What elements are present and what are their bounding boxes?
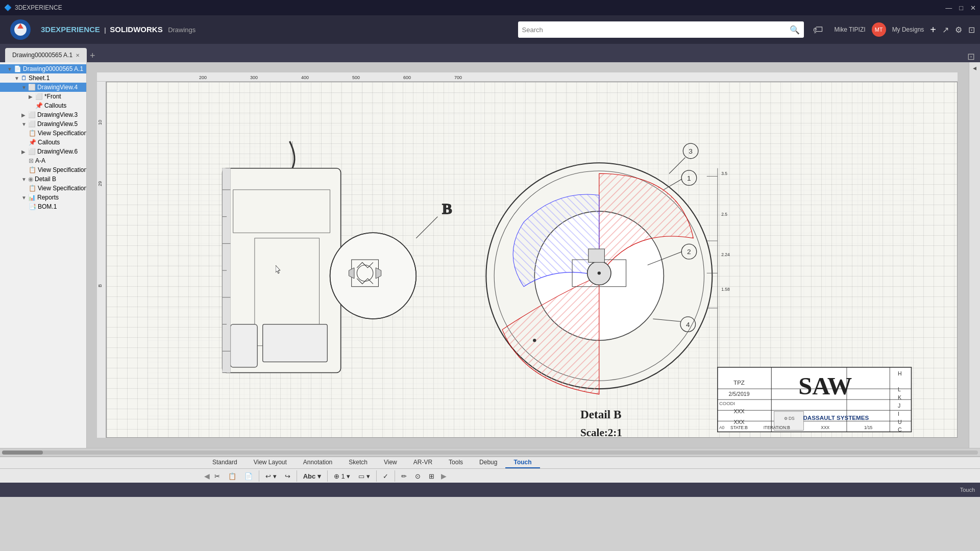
collapse-icon[interactable]: ▶: [21, 149, 27, 155]
tab-tools[interactable]: Tools: [440, 457, 471, 468]
callout-icon: 📌: [35, 102, 43, 109]
spec-icon: 📋: [29, 185, 36, 192]
minimize-button[interactable]: —: [945, 4, 952, 12]
add-button[interactable]: +: [930, 24, 936, 36]
svg-text:XXX: XXX: [821, 425, 829, 430]
scrollbar-horizontal[interactable]: [0, 448, 980, 456]
toolbar-sep-1: [259, 470, 259, 482]
expand-icon[interactable]: ⊡: [968, 25, 975, 35]
redo-button[interactable]: ↪: [281, 469, 294, 483]
scroll-thumb[interactable]: [2, 450, 43, 455]
sidebar-item-callouts1[interactable]: 📌 Callouts: [0, 101, 86, 110]
tab-standard[interactable]: Standard: [204, 457, 246, 468]
fit-button[interactable]: ▭ ▾: [355, 469, 374, 483]
svg-text:L: L: [898, 386, 901, 392]
collapse-icon[interactable]: ▼: [21, 195, 27, 201]
sidebar-item-drawingview5[interactable]: ▼ ⬜ DrawingView.5: [0, 119, 86, 129]
report-icon: 📊: [28, 194, 36, 201]
svg-text:29: 29: [97, 181, 103, 186]
svg-text:XXX: XXX: [733, 408, 744, 414]
scroll-track[interactable]: [2, 450, 978, 455]
collapse-icon[interactable]: ▼: [21, 85, 27, 90]
tab-add-button[interactable]: +: [90, 51, 95, 62]
sidebar-item-sheet1[interactable]: ▼ 🗒 Sheet.1: [0, 73, 86, 83]
toolbar-sep-4: [376, 470, 377, 482]
tab-close-icon[interactable]: ✕: [76, 53, 80, 58]
user-name-label: Mike TIPIZI: [835, 26, 866, 33]
svg-text:J: J: [898, 403, 900, 409]
view-icon: ⬜: [28, 111, 36, 118]
sidebar-detailb-label: Detail B: [35, 176, 56, 183]
collapse-icon[interactable]: ▶: [29, 94, 34, 99]
verify-button[interactable]: ✓: [379, 469, 392, 483]
sidebar-item-detailb[interactable]: ▼ ◉ Detail B: [0, 174, 86, 184]
zoom-button[interactable]: ⊕ 1 ▾: [330, 469, 354, 483]
grid-button[interactable]: ⊞: [425, 469, 438, 483]
svg-text:3: 3: [689, 147, 693, 155]
canvas-area[interactable]: 200 300 400 500 600 700 10 29 B: [87, 62, 969, 448]
tab-arvr[interactable]: AR-VR: [405, 457, 440, 468]
cursor-pointer: [276, 265, 281, 270]
expand-panel-icon[interactable]: ⊡: [967, 51, 975, 62]
search-bar[interactable]: 🔍: [518, 21, 804, 38]
sidebar-drawing-label: Drawing00000565 A.1: [23, 65, 83, 72]
draw-button[interactable]: ✏: [398, 469, 410, 483]
svg-rect-21: [230, 324, 257, 367]
sidebar-item-drawing[interactable]: ▼ 📄 Drawing00000565 A.1: [0, 64, 86, 73]
sidebar-item-drawingview3[interactable]: ▶ ⬜ DrawingView.3: [0, 110, 86, 119]
svg-text:XXX: XXX: [733, 419, 744, 425]
sidebar-item-callouts2[interactable]: 📌 Callouts: [0, 138, 86, 147]
sidebar-drawingview6-label: DrawingView.6: [37, 148, 78, 155]
user-avatar[interactable]: MT: [872, 22, 886, 37]
spec-icon: 📋: [29, 130, 36, 137]
sidebar-item-viewspec2[interactable]: 📋 View Specification: [0, 165, 86, 174]
ruler-top-svg: 200 300 400 500 600 700: [97, 72, 958, 82]
tab-annotation[interactable]: Annotation: [295, 457, 340, 468]
sidebar-reports-label: Reports: [37, 194, 59, 201]
collapse-icon[interactable]: ▼: [21, 121, 27, 127]
sidebar-item-bom1[interactable]: 📑 BOM.1: [0, 202, 86, 211]
tabbar: Drawing00000565 A.1 ✕ + ⊡: [0, 44, 980, 62]
maximize-button[interactable]: □: [959, 4, 963, 12]
user-designs-label[interactable]: My Designs: [892, 26, 924, 33]
drawing-paper: B: [106, 82, 958, 438]
svg-text:K: K: [898, 394, 901, 400]
collapse-icon[interactable]: ▼: [14, 76, 19, 81]
tab-view[interactable]: View: [376, 457, 405, 468]
bookmarks-icon[interactable]: 🏷: [813, 24, 823, 36]
copy-button[interactable]: 📋: [225, 469, 240, 483]
collapse-icon[interactable]: ▼: [21, 177, 27, 182]
sidebar-item-viewspec3[interactable]: 📋 View Specification: [0, 184, 86, 193]
collapse-icon[interactable]: ▶: [21, 112, 27, 118]
svg-text:1.58: 1.58: [721, 287, 730, 292]
tab-viewlayout[interactable]: View Layout: [246, 457, 295, 468]
tab-debug[interactable]: Debug: [471, 457, 505, 468]
svg-text:400: 400: [301, 75, 309, 80]
sidebar-item-reports[interactable]: ▼ 📊 Reports: [0, 193, 86, 202]
bom-icon: 📑: [29, 203, 36, 210]
search-button[interactable]: 🔍: [790, 25, 800, 35]
sidebar-item-front[interactable]: ▶ ⬜ *Front: [0, 92, 86, 101]
cut-button[interactable]: ✂: [211, 469, 224, 483]
sidebar-item-drawingview6[interactable]: ▶ ⬜ DrawingView.6: [0, 147, 86, 156]
undo-button[interactable]: ↩ ▾: [262, 469, 280, 483]
view-icon: ⬜: [28, 84, 36, 91]
app-title-area: 3DEXPERIENCE | SOLIDWORKS Drawings: [41, 25, 195, 34]
tab-touch[interactable]: Touch: [505, 457, 540, 468]
sidebar-item-aa[interactable]: ⊠ A-A: [0, 156, 86, 165]
close-button[interactable]: ✕: [970, 4, 976, 12]
text-button[interactable]: Abc ▾: [300, 469, 325, 483]
ruler-top: 200 300 400 500 600 700: [97, 72, 958, 82]
sidebar-item-drawingview4[interactable]: ▼ ⬜ DrawingView.4: [0, 83, 86, 92]
svg-text:2: 2: [687, 248, 691, 256]
tab-drawing[interactable]: Drawing00000565 A.1 ✕: [5, 48, 87, 62]
paste-button[interactable]: 📄: [241, 469, 256, 483]
tab-sketch[interactable]: Sketch: [340, 457, 376, 468]
sidebar-item-viewspec1[interactable]: 📋 View Specification: [0, 129, 86, 138]
app-logo-area: [5, 18, 36, 41]
settings-icon[interactable]: ⚙: [955, 25, 962, 35]
snap-button[interactable]: ⊙: [411, 469, 424, 483]
search-input[interactable]: [522, 26, 790, 34]
collapse-icon[interactable]: ▼: [7, 66, 12, 72]
share-icon[interactable]: ↗: [942, 25, 949, 35]
